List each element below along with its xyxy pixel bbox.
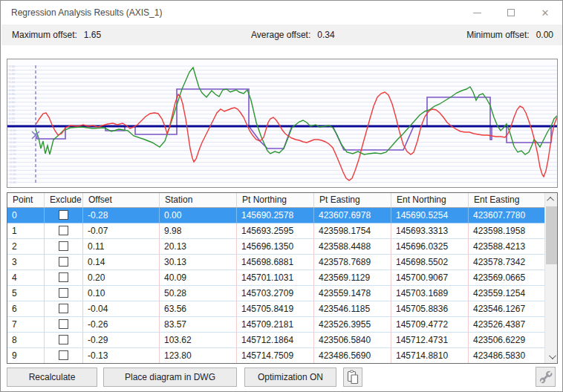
exclude-checkbox[interactable] (59, 335, 68, 344)
table-cell: 423526.4387 (469, 317, 544, 333)
scrollbar-thumb[interactable] (546, 206, 557, 264)
table-cell: 145714.8810 (391, 348, 469, 363)
header-offset[interactable]: Offset (83, 193, 160, 208)
scroll-down-button[interactable] (545, 350, 558, 363)
table-cell: -0.04 (83, 301, 160, 317)
table-cell: 423569.0665 (469, 270, 544, 286)
exclude-cell (45, 223, 83, 239)
table-cell: 9 (7, 348, 45, 363)
y-axis-tick-label: -1.10 (9, 169, 16, 172)
y-axis-tick-label: 0.60 (9, 100, 16, 104)
table-cell: -0.29 (83, 333, 160, 348)
table-cell: 145709.4772 (391, 317, 469, 333)
table-cell: 423546.1185 (314, 301, 391, 317)
header-pt-easting[interactable]: Pt Easting (314, 193, 391, 208)
y-axis-tick-label: 0.40 (9, 108, 16, 112)
minimum-offset-stat: Minimum offset:0.00 (466, 30, 553, 40)
header-point[interactable]: Point (7, 193, 45, 208)
exclude-checkbox[interactable] (59, 304, 68, 313)
table-cell: 423578.7342 (469, 255, 544, 270)
settings-button[interactable] (536, 367, 556, 387)
exclude-checkbox[interactable] (59, 241, 68, 251)
y-axis-tick-label: -1.00 (9, 165, 16, 169)
table-row[interactable]: 20.1120.13145696.1350423588.4488145696.0… (7, 239, 544, 255)
minimize-button[interactable] (460, 1, 494, 24)
table-cell: 423598.1754 (314, 223, 391, 239)
table-header-row: Point Exclude Offset Station Pt Northing… (7, 193, 544, 208)
table-cell: 145693.2595 (237, 223, 314, 239)
table-row[interactable]: 50.1050.28145703.2709423559.1478145703.1… (7, 286, 544, 301)
table-row[interactable]: 40.2040.09145701.1031423569.1129145700.9… (7, 270, 544, 286)
average-offset-stat: Average offset:0.34 (251, 30, 335, 40)
table-row[interactable]: 1-0.079.98145693.2595423598.1754145693.3… (7, 223, 544, 239)
table-cell: 6 (7, 301, 45, 317)
exclude-checkbox[interactable] (59, 319, 68, 329)
exclude-checkbox[interactable] (59, 226, 68, 235)
y-axis-tick-label: 0.90 (9, 88, 16, 92)
vertical-scrollbar[interactable] (544, 193, 557, 363)
table-row[interactable]: 8-0.29103.62145712.1864423506.5840145712… (7, 333, 544, 348)
dialog-window: Regression Analysis Results (AXIS_1) ✕ M… (0, 0, 563, 392)
optimization-toggle-button[interactable]: Optimization ON (244, 368, 336, 387)
table-cell: 423506.6229 (469, 333, 544, 348)
maximum-offset-label: Maximum offset: (12, 30, 77, 40)
table-cell: 50.28 (160, 286, 237, 301)
table-cell: 145714.7509 (237, 348, 314, 363)
table-row[interactable]: 6-0.0463.56145705.8419423546.1185145705.… (7, 301, 544, 317)
exclude-checkbox[interactable] (59, 272, 68, 282)
place-diagram-button[interactable]: Place diagram in DWG (103, 368, 237, 387)
table-cell: 83.57 (160, 317, 237, 333)
y-axis-tick-label: 1.30 (9, 72, 16, 76)
header-ent-northing[interactable]: Ent Northing (391, 193, 469, 208)
table-cell: 145712.1864 (237, 333, 314, 348)
stats-bar: Maximum offset:1.65 Average offset:0.34 … (1, 24, 563, 45)
header-station[interactable]: Station (160, 193, 237, 208)
table-cell: 145690.2578 (237, 208, 314, 223)
table-cell: 2 (7, 239, 45, 255)
table-cell: 145696.0325 (391, 239, 469, 255)
exclude-checkbox[interactable] (59, 288, 68, 298)
recalculate-button[interactable]: Recalculate (7, 368, 97, 387)
table-cell: 8 (7, 333, 45, 348)
y-axis-tick-label: 0.20 (9, 117, 16, 120)
table-cell: 423588.4488 (314, 239, 391, 255)
header-ent-easting[interactable]: Ent Easting (469, 193, 544, 208)
table-row[interactable]: 30.1430.13145698.6881423578.7689145698.5… (7, 255, 544, 270)
table-cell: 0.11 (83, 239, 160, 255)
exclude-checkbox[interactable] (59, 350, 68, 360)
y-axis-tick-label: -0.80 (9, 157, 16, 160)
average-offset-label: Average offset: (251, 30, 310, 40)
y-axis-tick-label: -0.60 (9, 148, 16, 152)
y-axis-tick-label: 0.50 (9, 105, 16, 108)
title-bar[interactable]: Regression Analysis Results (AXIS_1) ✕ (1, 1, 562, 24)
table-row[interactable]: 9-0.13123.80145714.7509423486.5690145714… (7, 348, 544, 363)
y-axis-tick-label: -0.50 (9, 145, 16, 148)
table-cell: 423486.5830 (469, 348, 544, 363)
scroll-up-button[interactable] (545, 193, 558, 206)
clipboard-icon (346, 370, 359, 385)
y-axis-tick-label: -0.20 (9, 132, 16, 136)
maximize-button[interactable] (494, 1, 528, 24)
table-cell: 3 (7, 255, 45, 270)
table-cell: 0 (7, 208, 45, 223)
table-row[interactable]: 7-0.2683.57145709.2181423526.3955145709.… (7, 317, 544, 333)
header-pt-northing[interactable]: Pt Northing (237, 193, 314, 208)
table-row[interactable]: 0-0.280.00145690.2578423607.6978145690.5… (7, 208, 544, 223)
y-axis-tick-label: -1.20 (9, 172, 16, 176)
y-axis-tick-label: 1.50 (9, 65, 16, 68)
wrench-icon (538, 370, 553, 385)
table-cell: 423578.7689 (314, 255, 391, 270)
copy-to-clipboard-button[interactable] (343, 368, 362, 387)
average-offset-value: 0.34 (317, 30, 334, 40)
close-button[interactable]: ✕ (528, 1, 562, 24)
exclude-checkbox[interactable] (59, 257, 68, 267)
table-cell: 7 (7, 317, 45, 333)
table-cell: 145693.3313 (391, 223, 469, 239)
window-title: Regression Analysis Results (AXIS_1) (11, 7, 162, 18)
exclude-checkbox[interactable] (59, 210, 68, 220)
header-exclude[interactable]: Exclude (45, 193, 83, 208)
exclude-cell (45, 317, 83, 333)
y-axis-tick-label: 0.10 (9, 120, 16, 124)
y-axis-tick-label: -0.10 (9, 128, 16, 132)
y-axis-tick-label: 1.20 (9, 76, 16, 80)
